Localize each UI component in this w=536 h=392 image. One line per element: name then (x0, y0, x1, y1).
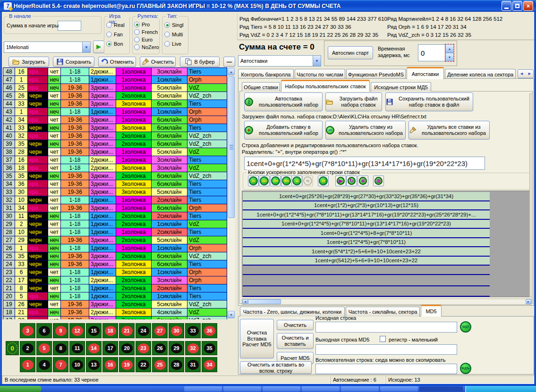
roulette-number-12[interactable]: 12 (69, 323, 85, 338)
spin-row[interactable]: 3134кра...чет19-363дюжи...1колонка6сикла… (3, 204, 234, 212)
taskbar-item[interactable] (302, 386, 340, 392)
spin-row[interactable]: 3210чернчет1-181дюжи...1колонка2сиклайнT… (3, 196, 234, 204)
roulette-number-22[interactable]: 22 (136, 357, 151, 372)
roulette-number-18[interactable]: 18 (102, 323, 118, 338)
roulette-number-17[interactable]: 17 (102, 341, 118, 355)
spin-row[interactable]: 3618кра...чет1-182дюжи...3колонка3сиклай… (3, 164, 234, 172)
md5-box-button[interactable]: Очистка Вставка Расчет MD5 (240, 319, 274, 359)
taskbar-item[interactable] (380, 386, 418, 392)
roulette-number-33[interactable]: 33 (185, 323, 201, 338)
chevron-down-icon[interactable]: ▼ (313, 56, 321, 66)
spin-row[interactable]: 471кра...неч1-181дюжи...1колонка1сиклайн… (3, 76, 234, 84)
tab-sub-1[interactable]: Общие ставки (242, 82, 280, 92)
roulette-number-29[interactable]: 29 (169, 341, 184, 355)
bet-list-item[interactable]: 1cent+gr(1*2*4*5)+gr(7*8*10*11) (243, 238, 490, 248)
spin-row[interactable]: 4032кра...чет19-363дюжи...2колонка6сикла… (3, 132, 234, 140)
arrow-right-icon[interactable]: ► (527, 71, 532, 76)
roulette-number-0[interactable]: 0 (6, 341, 19, 355)
spin-row[interactable]: 431кра...неч1-181дюжи...1колонка1сиклайн… (3, 108, 234, 116)
spin-row[interactable]: 2729черннеч19-363дюжи...2колонка5сиклайн… (3, 236, 234, 244)
radio-singl[interactable]: Singl (164, 22, 183, 28)
quick-repeat-button[interactable]: ↻ (346, 175, 357, 186)
md5-calc-aux-button[interactable]: МД5▸ (460, 363, 471, 374)
maximize-button[interactable] (512, 1, 522, 11)
roulette-number-9[interactable]: 9 (53, 323, 68, 338)
bet-list-item[interactable]: 1cent+0+gr(1*2*4*5)+gr(7*8*10*11)+gr(13*… (243, 210, 490, 220)
taskbar[interactable] (0, 386, 536, 392)
scroll-right-icon[interactable]: ► (526, 299, 531, 304)
md5-source-field[interactable] (315, 322, 457, 333)
spin-row[interactable]: 3935черннеч19-363дюжи...2колонка6сиклайн… (3, 140, 234, 148)
spin-row[interactable]: 2217черннеч1-182дюжи...2колонка3сиклайнO… (3, 276, 234, 284)
spin-row[interactable]: 4526чернчет19-363дюжи...2колонка5сиклайн… (3, 92, 234, 100)
spin-row[interactable]: 4133черннеч19-363дюжи...3колонка6сиклайн… (3, 124, 234, 132)
roulette-number-34[interactable]: 34 (202, 357, 217, 372)
spin-row[interactable]: 4816кра...чет1-182дюжи...1колонка3сиклай… (3, 68, 234, 76)
spin-row[interactable]: 205кра...неч1-181дюжи...2колонка1сиклайн… (3, 292, 234, 300)
taskbar-item[interactable] (341, 386, 379, 392)
md5-calc-source-button[interactable]: МД5 (460, 321, 471, 333)
spin-row[interactable]: 3436кра...чет19-363дюжи...3колонка6сикла… (3, 180, 234, 188)
spin-up-icon[interactable]: ▲ (445, 44, 454, 53)
taskbar-item[interactable] (223, 386, 261, 392)
spin-row[interactable]: 292чернчет1-181дюжи...2колонка1сиклайнVd… (3, 220, 234, 228)
bet-list-hscrollbar[interactable]: ◄ ► (242, 299, 532, 305)
radio-fan[interactable]: Fan (106, 32, 125, 37)
md5-clear-paste-aux-button[interactable]: Очистить и вставить во вспом. строку (240, 361, 312, 374)
system-tray[interactable] (465, 386, 536, 392)
roulette-number-4[interactable]: 4 (36, 357, 52, 372)
spin-row[interactable]: 261кра...неч1-181дюжи...1колонка1сиклайн… (3, 244, 234, 252)
roulette-number-23[interactable]: 23 (136, 341, 151, 355)
bet-list-item[interactable]: 1cent+gr(5*4*1*2)+5+6+9+10+10cent+23+22 (243, 247, 490, 257)
tab-bottom-3[interactable]: MD5 (421, 305, 442, 317)
toolbar-undo[interactable]: Отменить (98, 57, 136, 67)
md5-out-field[interactable] (315, 344, 457, 355)
roulette-number-31[interactable]: 31 (185, 357, 201, 372)
roulette-number-3[interactable]: 3 (20, 323, 35, 338)
radio-multi[interactable]: Multi (164, 32, 183, 37)
roulette-number-30[interactable]: 30 (169, 323, 184, 338)
spin-row[interactable]: 4625кра...неч19-363дюжи...1колонка5сикла… (3, 84, 234, 92)
register-checkbox[interactable] (380, 336, 386, 342)
quick-coin-1d[interactable]: 1$ (291, 175, 302, 186)
scroll-left-icon[interactable]: ◄ (242, 299, 248, 304)
toolbar-brush[interactable]: Очистить (140, 57, 176, 67)
title-bar[interactable]: 7 HelperRoullet 5.4- create helperroulle… (0, 0, 536, 12)
roulette-number-35[interactable]: 35 (202, 341, 217, 355)
md5-aux-field[interactable] (315, 364, 457, 374)
spin-row[interactable]: 1926чернчет19-363дюжи...2колонка5сиклайн… (3, 300, 234, 309)
roulette-number-20[interactable]: 20 (119, 341, 135, 355)
arrow-left-icon[interactable]: ◄ (519, 71, 524, 76)
bet-string-input[interactable] (244, 157, 485, 170)
quick-coin-25c[interactable]: 25¢ (270, 175, 281, 186)
radio-french[interactable]: French (134, 29, 159, 35)
tab-sub-3[interactable]: Исходные строки МД5 (371, 82, 431, 92)
radio-pro[interactable]: Pro (134, 22, 159, 27)
quick-coin-10c[interactable]: 10¢ (259, 175, 270, 186)
remove-all-bets-button[interactable]: Удалить все ставки из пользовательского … (408, 121, 490, 140)
spin-row[interactable]: 4433черннеч19-363дюжи...3колонка6сиклайн… (3, 100, 234, 108)
roulette-number-10[interactable]: 10 (69, 357, 85, 372)
bet-list-item[interactable]: 1cent+0+gr(25*26)+gr(28*29)+gr(27*30)+gr… (243, 192, 490, 201)
spin-row[interactable]: 3828чернчет19-363дюжи...1колонка5сиклайн… (3, 148, 234, 156)
scroll-down-icon[interactable]: ▼ (228, 311, 235, 318)
spin-row[interactable]: 236чернчет1-181дюжи...3колонка1сиклайнOr… (3, 268, 234, 276)
close-button[interactable]: × (523, 1, 533, 11)
bet-list-vscrollbar[interactable] (529, 93, 533, 297)
roulette-number-28[interactable]: 28 (169, 357, 184, 372)
load-bet-file-button[interactable]: Загрузить файл набора ставок (325, 92, 382, 111)
quick-play-button[interactable]: ▶ (335, 175, 346, 186)
roulette-number-15[interactable]: 15 (86, 323, 102, 338)
spin-row[interactable]: 2433черннеч19-363дюжи...3колонка6сиклайн… (3, 260, 234, 268)
quick-wheel-grid-button[interactable]: ⊞ (373, 175, 384, 186)
roulette-number-13[interactable]: 13 (86, 357, 102, 372)
roulette-number-11[interactable]: 11 (69, 341, 85, 355)
toolbar-open-folder[interactable]: Загрузить (9, 57, 49, 67)
roulette-number-26[interactable]: 26 (152, 341, 168, 355)
toolbar-minus[interactable]: — (223, 57, 235, 67)
preset-combo[interactable]: 1Melonati ▼ (4, 42, 91, 53)
start-button[interactable] (0, 386, 42, 392)
roulette-number-6[interactable]: 6 (36, 323, 52, 338)
radio-euro[interactable]: Euro (134, 37, 159, 42)
start-sum-field[interactable] (58, 21, 81, 31)
